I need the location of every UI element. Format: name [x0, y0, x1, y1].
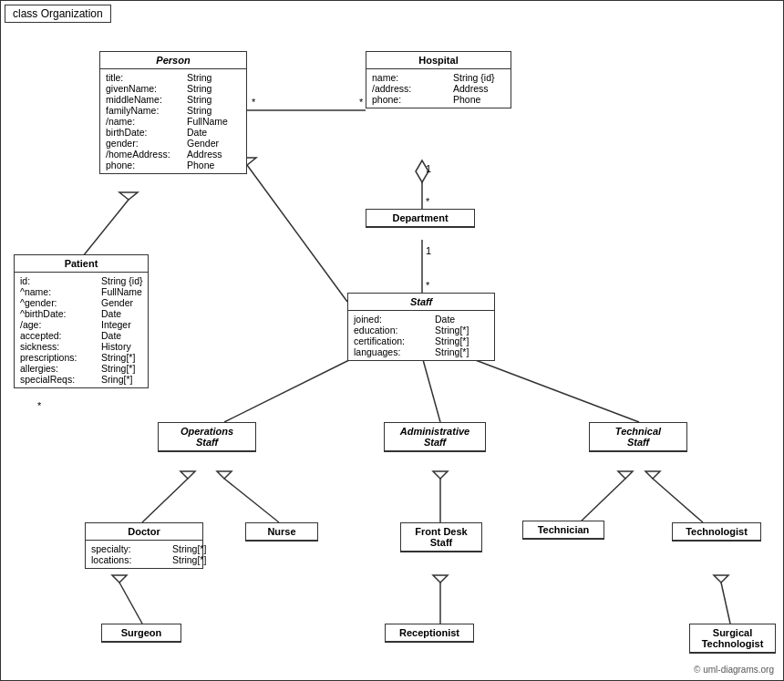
class-doctor: Doctor specialty:String[*] locations:Str… — [85, 522, 203, 569]
class-surgeon-name: Surgeon — [102, 624, 181, 642]
svg-line-28 — [653, 479, 703, 522]
svg-text:*: * — [252, 97, 256, 108]
class-technologist: Technologist — [672, 522, 761, 542]
svg-line-10 — [83, 200, 129, 256]
class-patient: Patient id:String {id} ^name:FullName ^g… — [14, 254, 149, 388]
svg-marker-29 — [645, 471, 660, 479]
class-technician: Technician — [522, 521, 604, 540]
class-front-desk-staff: Front Desk Staff — [400, 522, 482, 552]
svg-marker-21 — [181, 471, 195, 479]
svg-marker-23 — [217, 471, 232, 479]
svg-marker-31 — [112, 575, 127, 583]
class-person: Person title:String givenName:String mid… — [99, 51, 247, 174]
class-front-desk-staff-name: Front Desk Staff — [401, 523, 481, 552]
class-doctor-attrs: specialty:String[*] locations:String[*] — [86, 541, 202, 568]
class-patient-attrs: id:String {id} ^name:FullName ^gender:Ge… — [15, 273, 148, 387]
class-surgical-technologist: Surgical Technologist — [689, 624, 776, 654]
svg-line-18 — [466, 356, 639, 422]
class-patient-name: Patient — [15, 255, 148, 273]
class-administrative-staff: Administrative Staff — [384, 422, 486, 452]
svg-marker-27 — [618, 471, 633, 479]
svg-text:1: 1 — [426, 245, 431, 256]
class-receptionist-name: Receptionist — [386, 624, 473, 642]
svg-line-20 — [142, 479, 188, 522]
class-nurse: Nurse — [245, 522, 318, 542]
svg-marker-11 — [119, 192, 138, 200]
svg-line-22 — [224, 479, 279, 522]
diagram-container: class Organization * * 1 * 1 * — [0, 0, 784, 681]
class-surgical-technologist-name: Surgical Technologist — [690, 624, 775, 653]
class-nurse-name: Nurse — [246, 523, 317, 541]
class-staff: Staff joined:Date education:String[*] ce… — [347, 293, 495, 361]
class-hospital-attrs: name:String {id} /address:Address phone:… — [366, 69, 511, 108]
svg-text:1: 1 — [426, 163, 431, 174]
svg-line-14 — [224, 356, 356, 422]
class-hospital: Hospital name:String {id} /address:Addre… — [366, 51, 511, 108]
class-receptionist: Receptionist — [385, 624, 474, 643]
class-technician-name: Technician — [523, 521, 603, 539]
class-technologist-name: Technologist — [673, 523, 760, 541]
copyright: © uml-diagrams.org — [694, 665, 774, 675]
class-department: Department — [366, 209, 475, 228]
class-surgeon: Surgeon — [101, 624, 181, 643]
svg-text:*: * — [359, 97, 364, 108]
svg-line-26 — [580, 479, 625, 522]
svg-line-30 — [119, 583, 142, 624]
class-doctor-name: Doctor — [86, 523, 202, 541]
svg-line-12 — [247, 165, 347, 302]
class-technical-staff: Technical Staff — [589, 422, 687, 452]
class-technical-staff-name: Technical Staff — [590, 423, 686, 451]
svg-line-16 — [422, 356, 440, 422]
class-person-name: Person — [100, 52, 246, 69]
class-operations-staff-name: Operations Staff — [159, 423, 255, 451]
svg-text:*: * — [426, 196, 430, 207]
class-department-name: Department — [366, 210, 474, 227]
class-operations-staff: Operations Staff — [158, 422, 256, 452]
diagram-title: class Organization — [5, 5, 111, 23]
class-administrative-staff-name: Administrative Staff — [385, 423, 485, 451]
svg-marker-25 — [433, 471, 448, 479]
class-staff-attrs: joined:Date education:String[*] certific… — [348, 311, 494, 360]
svg-text:*: * — [37, 400, 42, 411]
svg-line-34 — [721, 583, 730, 624]
class-person-attrs: title:String givenName:String middleName… — [100, 69, 246, 173]
svg-text:*: * — [426, 280, 430, 291]
class-hospital-name: Hospital — [366, 52, 511, 69]
class-staff-name: Staff — [348, 294, 494, 311]
svg-marker-35 — [714, 575, 728, 583]
svg-marker-33 — [433, 575, 448, 583]
svg-marker-4 — [416, 160, 428, 182]
